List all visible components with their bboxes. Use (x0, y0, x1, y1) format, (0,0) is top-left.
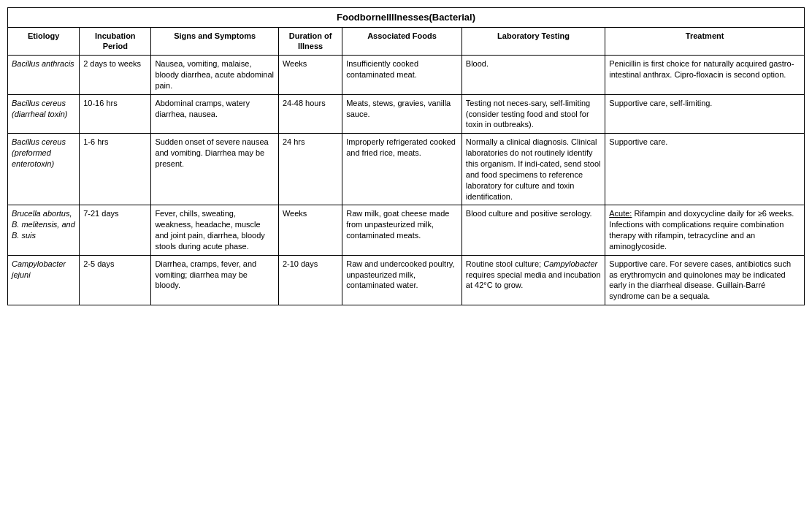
cell-treatment: Supportive care. For severe cases, antib… (605, 255, 805, 305)
cell-foods: Insufficiently cooked contaminated meat. (342, 56, 462, 95)
header-treatment: Treatment (605, 27, 805, 56)
header-row: Etiology Incubation Period Signs and Sym… (8, 27, 805, 56)
cell-treatment: Acute: Rifampin and doxycycline daily fo… (605, 205, 805, 255)
cell-signs: Nausea, vomiting, malaise, bloody diarrh… (151, 56, 279, 95)
cell-signs: Fever, chills, sweating, weakness, heada… (151, 205, 279, 255)
cell-etiology: Bacillus cereus (preformed enterotoxin) (8, 134, 80, 205)
cell-foods: Raw milk, goat cheese made from unpasteu… (342, 205, 462, 255)
cell-lab: Blood. (461, 56, 605, 95)
cell-duration: Weeks (278, 56, 342, 95)
header-duration: Duration of Illness (278, 27, 342, 56)
table-title: FoodbornelllInesses(Bacterial) (8, 8, 805, 28)
cell-foods: Improperly refrigerated cooked and fried… (342, 134, 462, 205)
cell-etiology: Campylobacter jejuni (8, 255, 80, 305)
table-body: Bacillus anthracis2 days to weeksNausea,… (8, 56, 805, 305)
cell-lab: Routine stool culture; Campylobacter req… (461, 255, 605, 305)
cell-treatment: Supportive care. (605, 134, 805, 205)
cell-treatment: Penicillin is first choice for naturally… (605, 56, 805, 95)
cell-incubation: 1-6 hrs (80, 134, 151, 205)
cell-signs: Abdominal cramps, watery diarrhea, nause… (151, 94, 279, 134)
cell-incubation: 2 days to weeks (80, 56, 151, 95)
cell-etiology: Brucella abortus, B. melitensis, and B. … (8, 205, 80, 255)
cell-duration: 24 hrs (278, 134, 342, 205)
header-lab: Laboratory Testing (461, 27, 605, 56)
header-etiology: Etiology (8, 27, 80, 56)
cell-foods: Meats, stews, gravies, vanilla sauce. (342, 94, 462, 134)
table-row: Brucella abortus, B. melitensis, and B. … (8, 205, 805, 255)
cell-signs: Diarrhea, cramps, fever, and vomiting; d… (151, 255, 279, 305)
table-row: Bacillus cereus (diarrheal toxin)10-16 h… (8, 94, 805, 134)
header-incubation: Incubation Period (80, 27, 151, 56)
cell-duration: 24-48 hours (278, 94, 342, 134)
cell-signs: Sudden onset of severe nausea and vomiti… (151, 134, 279, 205)
cell-treatment: Supportive care, self-limiting. (605, 94, 805, 134)
cell-foods: Raw and undercooked poultry, unpasteuriz… (342, 255, 462, 305)
main-table: FoodbornelllInesses(Bacterial) Etiology … (7, 7, 805, 305)
cell-etiology: Bacillus anthracis (8, 56, 80, 95)
cell-lab: Blood culture and positive serology. (461, 205, 605, 255)
header-foods: Associated Foods (342, 27, 462, 56)
title-row: FoodbornelllInesses(Bacterial) (8, 8, 805, 28)
cell-lab: Testing not neces-sary, self-limiting (c… (461, 94, 605, 134)
table-row: Bacillus cereus (preformed enterotoxin)1… (8, 134, 805, 205)
cell-lab: Normally a clinical diagnosis. Clinical … (461, 134, 605, 205)
table-row: Campylobacter jejuni2-5 daysDiarrhea, cr… (8, 255, 805, 305)
cell-duration: 2-10 days (278, 255, 342, 305)
cell-incubation: 2-5 days (80, 255, 151, 305)
cell-etiology: Bacillus cereus (diarrheal toxin) (8, 94, 80, 134)
cell-duration: Weeks (278, 205, 342, 255)
table-row: Bacillus anthracis2 days to weeksNausea,… (8, 56, 805, 95)
cell-incubation: 10-16 hrs (80, 94, 151, 134)
cell-incubation: 7-21 days (80, 205, 151, 255)
header-signs: Signs and Symptoms (151, 27, 279, 56)
page: FoodbornelllInesses(Bacterial) Etiology … (0, 0, 812, 529)
